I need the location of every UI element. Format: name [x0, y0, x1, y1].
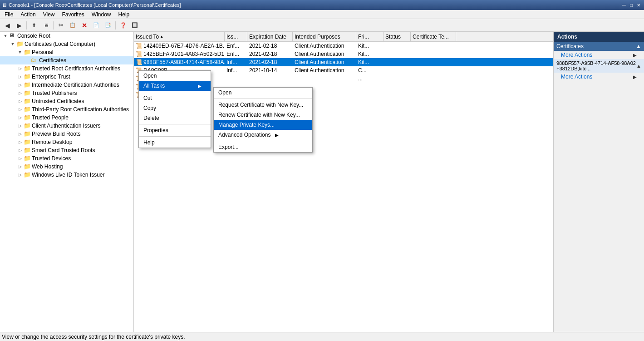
sub-open[interactable]: Open	[214, 88, 312, 98]
ctx-separator	[139, 124, 211, 124]
ctx-cut[interactable]: Cut	[139, 93, 211, 103]
ctx-open[interactable]: Open	[139, 71, 211, 81]
ctx-separator	[139, 136, 211, 137]
sub-export[interactable]: Export...	[214, 142, 312, 152]
ctx-properties[interactable]: Properties	[139, 125, 211, 135]
ctx-delete[interactable]: Delete	[139, 113, 211, 123]
context-menu: Open All Tasks ▶ Cut Copy Delete Propert…	[138, 70, 211, 148]
submenu-arrow-icon: ▶	[198, 84, 202, 89]
context-menu-overlay[interactable]: Open All Tasks ▶ Cut Copy Delete Propert…	[0, 0, 644, 340]
sub-renew-new-key[interactable]: Renew Certificate with New Key...	[214, 110, 312, 120]
submenu: Open Request Certificate with New Key...…	[213, 87, 313, 153]
ctx-separator	[139, 92, 211, 92]
ctx-copy[interactable]: Copy	[139, 103, 211, 113]
sub-advanced-ops[interactable]: Advanced Operations ▶	[214, 130, 312, 140]
ctx-help[interactable]: Help	[139, 138, 211, 148]
sub-request-new-key[interactable]: Request Certificate with New Key...	[214, 100, 312, 110]
sub-separator	[214, 141, 312, 141]
sub-separator	[214, 99, 312, 99]
submenu-arrow-icon: ▶	[275, 133, 279, 138]
sub-manage-private[interactable]: Manage Private Keys...	[214, 120, 312, 130]
ctx-all-tasks[interactable]: All Tasks ▶	[139, 81, 211, 91]
